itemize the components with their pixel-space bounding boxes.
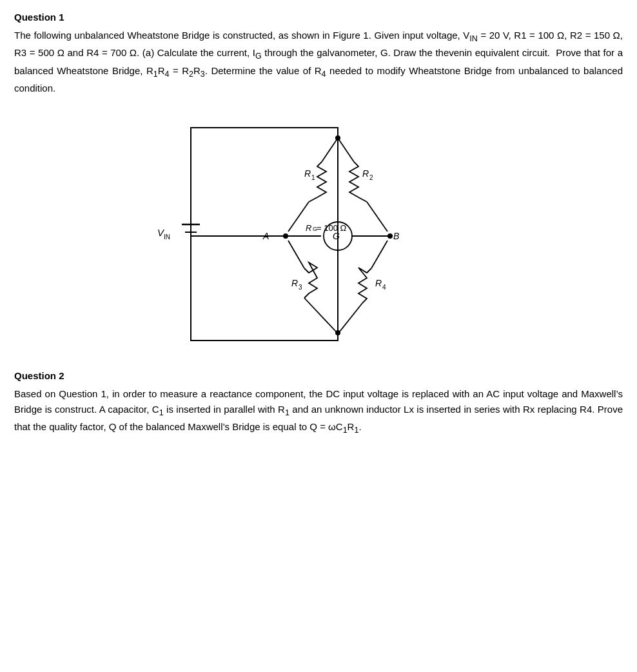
svg-line-20 [371,241,387,268]
svg-point-36 [387,233,393,239]
question-1-section: Question 1 The following unbalanced Whea… [14,12,623,359]
svg-line-13 [367,202,387,232]
svg-text:1: 1 [311,174,315,181]
svg-text:= 100 Ω: = 100 Ω [317,223,347,233]
question-2-section: Question 2 Based on Question 1, in order… [14,370,623,437]
svg-text:4: 4 [382,284,386,291]
svg-text:R: R [362,168,369,179]
svg-line-12 [338,138,354,162]
svg-text:B: B [393,231,399,241]
svg-text:R: R [304,168,311,179]
svg-text:R: R [306,223,311,233]
svg-line-8 [322,138,338,162]
svg-text:2: 2 [369,174,373,181]
svg-line-21 [340,303,362,331]
resistor-r3: R 3 [288,241,336,331]
svg-line-17 [304,298,336,331]
svg-line-16 [288,241,304,268]
svg-text:R: R [291,278,298,288]
resistor-r4: R 4 [340,241,387,331]
svg-text:IN: IN [164,233,170,241]
question-1-text: The following unbalanced Wheatstone Brid… [14,28,623,95]
svg-text:R: R [375,278,382,288]
question-2-text: Based on Question 1, in order to measure… [14,386,623,437]
circuit-diagram: V IN R 1 [14,107,623,359]
resistor-r1: R 1 [288,138,338,232]
svg-text:3: 3 [299,284,302,291]
question-2-title: Question 2 [14,370,623,381]
question-1-title: Question 1 [14,12,623,23]
resistor-r2: R 2 [338,138,387,232]
